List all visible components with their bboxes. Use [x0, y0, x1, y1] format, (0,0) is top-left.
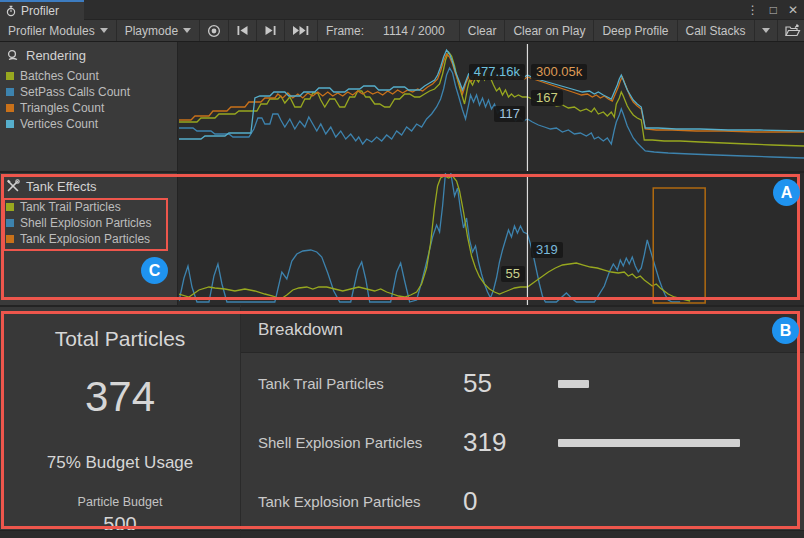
call-stacks-label: Call Stacks [686, 24, 746, 38]
tab-profiler[interactable]: Profiler [0, 0, 84, 20]
clear-label: Clear [468, 24, 497, 38]
breakdown-row-tank-explosion: Tank Explosion Particles 0 [241, 472, 804, 531]
rendering-legend: Batches Count SetPass Calls Count Triang… [0, 66, 177, 132]
tank-effects-sidebar: Tank Effects Tank Trail Particles Shell … [0, 173, 178, 305]
legend-item-vertices[interactable]: Vertices Count [6, 116, 177, 132]
breakdown-row-value: 55 [463, 368, 558, 399]
chart-value-label: 167 [531, 90, 563, 106]
legend-item-triangles[interactable]: Triangles Count [6, 100, 177, 116]
legend-label: Tank Trail Particles [20, 200, 121, 214]
prev-frame-button[interactable] [229, 20, 257, 41]
legend-label: SetPass Calls Count [20, 85, 130, 99]
last-frame-icon [292, 25, 310, 36]
load-profile-icon [785, 24, 801, 37]
chevron-down-icon [100, 28, 108, 33]
title-bar: Profiler ⋮ □ ✕ [0, 0, 804, 20]
next-frame-icon [264, 25, 277, 36]
breakdown-title: Breakdown [258, 320, 343, 340]
rendering-module-title: Rendering [26, 48, 86, 63]
frame-prefix: Frame: [326, 24, 364, 38]
legend-swatch [6, 235, 14, 243]
legend-label: Triangles Count [20, 101, 104, 115]
annotation-badge-a: A [773, 179, 800, 206]
profiler-window: Profiler ⋮ □ ✕ Profiler Modules Playmode [0, 0, 804, 538]
budget-usage-label: 75% Budget Usage [47, 453, 194, 473]
current-frame-button[interactable] [285, 20, 318, 41]
clear-on-play-button[interactable]: Clear on Play [505, 20, 594, 41]
legend-item-shell-explosion[interactable]: Shell Explosion Particles [6, 215, 177, 231]
legend-swatch [6, 120, 14, 128]
breakdown-row-value: 0 [463, 486, 558, 517]
tank-effects-module-title: Tank Effects [26, 179, 97, 194]
next-frame-button[interactable] [257, 20, 285, 41]
legend-swatch [6, 72, 14, 80]
rendering-module-header[interactable]: Rendering [0, 42, 177, 66]
chart-value-label: 55 [501, 266, 525, 282]
toolbar: Profiler Modules Playmode [0, 20, 804, 42]
close-icon[interactable]: ✕ [788, 0, 798, 20]
tank-effects-chart[interactable]: 31955 [179, 173, 804, 305]
chart-value-label: 117 [494, 106, 525, 122]
annotation-badge-c: C [141, 257, 168, 284]
rendering-module-row: Rendering Batches Count SetPass Calls Co… [0, 42, 804, 171]
details-vertical-divider [240, 305, 241, 538]
legend-swatch [6, 203, 14, 211]
breakdown-row-label: Tank Trail Particles [241, 375, 463, 392]
maximize-icon[interactable]: □ [770, 0, 777, 20]
breakdown-header: Breakdown [241, 307, 804, 353]
breakdown-rows: Tank Trail Particles 55 Shell Explosion … [241, 354, 804, 530]
prev-frame-icon [236, 25, 249, 36]
legend-item-tank-explosion[interactable]: Tank Explosion Particles [6, 231, 177, 247]
playmode-dropdown[interactable]: Playmode [117, 20, 200, 41]
kebab-menu-icon[interactable]: ⋮ [747, 0, 759, 20]
total-particles-value: 374 [85, 373, 155, 421]
chart-value-label: 300.05k [531, 64, 587, 80]
record-icon [207, 24, 221, 38]
clear-button[interactable]: Clear [459, 20, 506, 41]
frame-indicator: Frame: 1114 / 2000 [318, 20, 459, 41]
breakdown-row-label: Shell Explosion Particles [241, 434, 463, 451]
rendering-chart[interactable]: 477.16k300.05k167117 [179, 42, 804, 171]
tank-effects-legend: Tank Trail Particles Shell Explosion Par… [0, 197, 177, 247]
load-profile-button[interactable] [778, 20, 804, 41]
deep-profile-label: Deep Profile [602, 24, 668, 38]
breakdown-row-shell-explosion: Shell Explosion Particles 319 [241, 413, 804, 472]
details-panel: Total Particles 374 75% Budget Usage Par… [0, 305, 804, 530]
stopwatch-icon [5, 5, 17, 17]
legend-item-tank-trail[interactable]: Tank Trail Particles [6, 199, 177, 215]
call-stacks-dropdown[interactable] [755, 20, 778, 41]
playmode-label: Playmode [125, 24, 178, 38]
call-stacks-button[interactable]: Call Stacks [678, 20, 755, 41]
breakdown-row-value: 319 [463, 427, 558, 458]
breakdown-row-tank-trail: Tank Trail Particles 55 [241, 354, 804, 413]
profiler-modules-label: Profiler Modules [8, 24, 95, 38]
profiler-modules-dropdown[interactable]: Profiler Modules [0, 20, 117, 41]
chevron-down-icon [762, 28, 770, 33]
legend-label: Batches Count [20, 69, 99, 83]
legend-item-setpass[interactable]: SetPass Calls Count [6, 84, 177, 100]
breakdown-row-bar [558, 439, 740, 447]
annotation-badge-b: B [772, 317, 799, 344]
legend-label: Shell Explosion Particles [20, 216, 151, 230]
breakdown-row-bar [558, 380, 589, 388]
breakdown-row-label: Tank Explosion Particles [241, 493, 463, 510]
chart-value-label: 319 [531, 242, 563, 258]
tools-icon [6, 179, 20, 193]
record-button[interactable] [200, 20, 229, 41]
rendering-sidebar: Rendering Batches Count SetPass Calls Co… [0, 42, 178, 171]
particle-budget-label: Particle Budget [78, 495, 163, 509]
legend-swatch [6, 88, 14, 96]
legend-item-batches[interactable]: Batches Count [6, 68, 177, 84]
tank-effects-module-row: Tank Effects Tank Trail Particles Shell … [0, 173, 804, 305]
camera-icon [6, 48, 20, 62]
legend-swatch [6, 104, 14, 112]
deep-profile-button[interactable]: Deep Profile [594, 20, 677, 41]
chevron-down-icon [183, 28, 191, 33]
frame-value: 1114 / 2000 [383, 24, 445, 38]
bottom-strip [0, 530, 804, 538]
tank-effects-module-header[interactable]: Tank Effects [0, 173, 177, 197]
legend-label: Tank Explosion Particles [20, 232, 150, 246]
clear-on-play-label: Clear on Play [513, 24, 585, 38]
window-controls: ⋮ □ ✕ [747, 0, 798, 20]
tab-title: Profiler [21, 4, 59, 18]
